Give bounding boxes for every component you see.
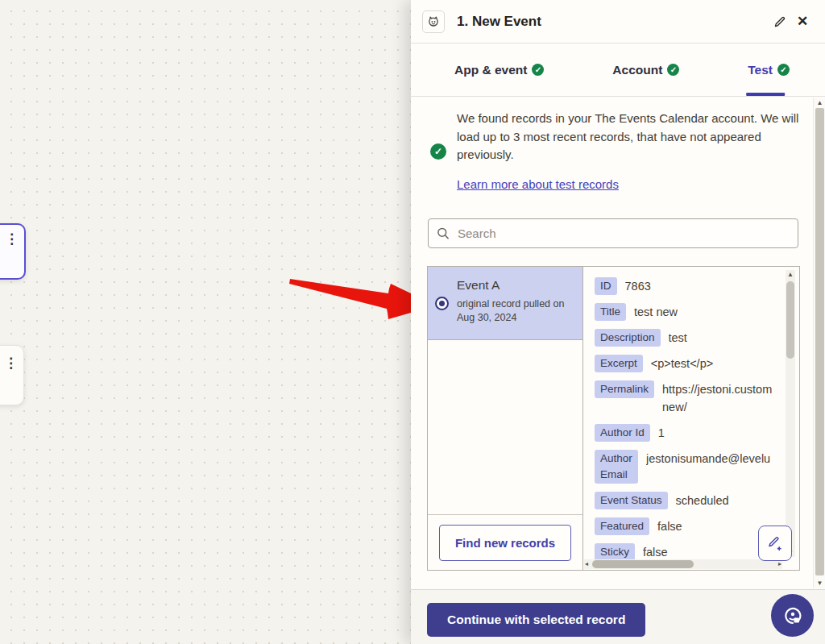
tab-label: Test <box>748 63 773 77</box>
canvas-step-card-selected[interactable]: ⋮ <box>0 223 26 280</box>
field-value: test <box>669 329 687 347</box>
field-value: test new <box>634 303 678 321</box>
panel-vertical-scrollbar[interactable]: ▲ ▼ <box>813 98 825 588</box>
record-fields-panel: ID 7863 Title test new Description test … <box>583 267 799 570</box>
tab-test[interactable]: Test ✓ <box>748 44 790 96</box>
tab-account[interactable]: Account ✓ <box>612 44 679 96</box>
field-label: ID <box>595 277 617 295</box>
pencil-icon <box>773 15 786 28</box>
step-tabbar: App & event ✓ Account ✓ Test ✓ <box>411 44 825 97</box>
field-row-permalink: Permalink https://jestoni.custom new/ <box>595 380 786 416</box>
scroll-left-icon[interactable]: ◂ <box>585 560 588 567</box>
field-label: Sticky <box>595 543 635 561</box>
record-list-empty-space <box>428 340 582 514</box>
continue-with-selected-record-button[interactable]: Continue with selected record <box>427 603 645 637</box>
step-config-drawer: 1. New Event ✕ App & event ✓ Account ✓ T… <box>411 0 825 644</box>
drawer-header: 1. New Event ✕ <box>411 0 825 44</box>
record-title: Event A <box>457 278 500 293</box>
field-row-author-id: Author Id 1 <box>595 424 786 442</box>
field-label: Author Email <box>595 450 638 484</box>
fields-vertical-scrollbar[interactable]: ▲ ▼ <box>786 270 795 557</box>
drawer-footer: Continue with selected record <box>411 589 825 644</box>
scroll-up-icon[interactable]: ▲ <box>786 271 795 278</box>
field-row-id: ID 7863 <box>595 277 786 295</box>
field-row-event-status: Event Status scheduled <box>595 492 786 509</box>
scroll-up-icon[interactable]: ▲ <box>814 99 825 106</box>
help-assistant-button[interactable] <box>771 594 814 637</box>
field-label: Excerpt <box>595 355 643 372</box>
success-check-icon: ✓ <box>430 143 446 160</box>
field-value: <p>test</p> <box>651 355 713 372</box>
field-label: Featured <box>595 517 649 535</box>
edit-record-button[interactable] <box>758 526 792 561</box>
find-new-records-button[interactable]: Find new records <box>439 525 571 561</box>
record-subtitle: original record pulled on Aug 30, 2024 <box>457 297 576 325</box>
events-calendar-glyph <box>427 15 440 28</box>
field-label: Author Id <box>595 424 650 442</box>
pencil-plus-icon <box>766 534 784 552</box>
test-records-box: Event A original record pulled on Aug 30… <box>427 266 800 571</box>
step-title: 1. New Event <box>457 14 769 30</box>
field-value: https://jestoni.custom new/ <box>662 380 772 416</box>
scrollbar-thumb[interactable] <box>815 108 824 575</box>
field-value: false <box>657 517 682 535</box>
field-row-description: Description test <box>595 329 786 347</box>
field-label: Title <box>595 303 626 321</box>
field-value: jestonisumande@levelu <box>646 450 770 467</box>
field-value: scheduled <box>676 492 729 509</box>
field-row-excerpt: Excerpt <p>test</p> <box>595 355 786 372</box>
scrollbar-thumb[interactable] <box>592 560 694 568</box>
learn-more-link[interactable]: Learn more about test records <box>457 177 619 191</box>
events-calendar-app-icon <box>422 10 445 33</box>
active-tab-underline <box>746 93 785 96</box>
fields-horizontal-scrollbar[interactable]: ◂ ▸ <box>584 559 782 569</box>
close-drawer-button[interactable]: ✕ <box>791 10 814 33</box>
annotation-arrow <box>0 0 451 339</box>
record-search <box>428 218 798 248</box>
tab-app-and-event[interactable]: App & event ✓ <box>454 44 544 96</box>
field-value: 1 <box>658 424 665 442</box>
field-value: false <box>643 543 668 561</box>
tab-label: App & event <box>454 63 527 77</box>
field-row-title: Title test new <box>595 303 786 321</box>
record-list: Event A original record pulled on Aug 30… <box>428 267 583 570</box>
record-radio-selected[interactable] <box>435 297 449 310</box>
field-row-author-email: Author Email jestonisumande@levelu <box>595 450 786 484</box>
kebab-menu-icon[interactable]: ⋮ <box>5 236 13 243</box>
search-icon <box>437 226 450 240</box>
check-icon: ✓ <box>777 64 790 76</box>
canvas-step-card[interactable]: ⋮ <box>0 345 24 405</box>
support-headset-icon <box>781 605 804 627</box>
field-value: 7863 <box>625 277 651 295</box>
check-icon: ✓ <box>532 64 544 76</box>
kebab-menu-icon[interactable]: ⋮ <box>4 360 12 367</box>
tab-label: Account <box>612 63 662 77</box>
check-icon: ✓ <box>667 64 679 76</box>
rename-step-button[interactable] <box>769 10 791 33</box>
test-tab-content: ✓ We found records in your The Events Ca… <box>411 97 825 589</box>
record-item-event-a[interactable]: Event A original record pulled on Aug 30… <box>428 267 582 340</box>
scroll-down-icon[interactable]: ▼ <box>814 580 825 587</box>
test-records-message: We found records in your The Events Cale… <box>457 110 802 164</box>
find-records-area: Find new records <box>428 514 582 570</box>
field-label: Event Status <box>595 492 668 509</box>
field-label: Description <box>595 329 661 347</box>
scrollbar-thumb[interactable] <box>786 281 794 359</box>
scroll-right-icon[interactable]: ▸ <box>778 560 781 567</box>
field-label: Permalink <box>595 380 654 398</box>
search-input[interactable] <box>458 226 790 240</box>
